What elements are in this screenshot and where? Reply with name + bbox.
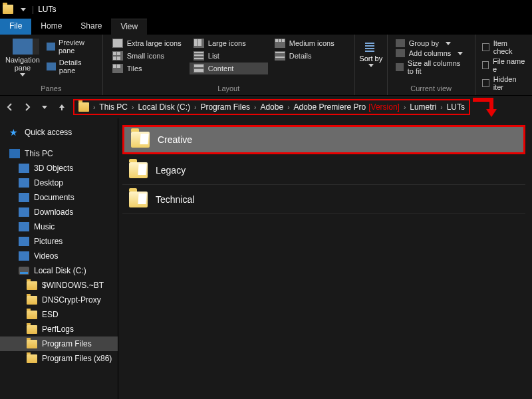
sidebar-documents[interactable]: Documents: [0, 190, 118, 205]
sidebar-pictures[interactable]: Pictures: [0, 234, 118, 249]
sidebar-downloads[interactable]: Downloads: [0, 205, 118, 219]
layout-medium[interactable]: Medium icons: [271, 37, 349, 49]
sidebar-esd[interactable]: ESD: [0, 307, 118, 322]
navigation-pane-button[interactable]: Navigation pane: [5, 37, 40, 76]
recent-locations-button[interactable]: [39, 101, 51, 113]
content-icon: [194, 64, 204, 73]
chevron-right-icon[interactable]: ›: [287, 104, 289, 111]
chevron-right-icon[interactable]: ›: [132, 104, 134, 111]
ribbon-group-layout: Extra large icons Small icons Tiles Larg…: [103, 35, 355, 95]
folder-creative[interactable]: Creative: [122, 125, 525, 154]
folder-icon: [27, 311, 37, 319]
group-by-icon: [396, 39, 405, 47]
folder-icon: [19, 178, 29, 188]
breadcrumb-premiere[interactable]: Adobe Premiere Pro [Version]: [293, 102, 399, 112]
folder-icon: [27, 325, 37, 334]
add-columns-icon: [396, 49, 405, 57]
ribbon-group-sort: Sort by: [355, 35, 388, 95]
list-icon: [194, 51, 204, 61]
qat-dropdown[interactable]: [19, 8, 28, 11]
ribbon-group-panes: Navigation pane Preview pane Details pan…: [0, 35, 103, 95]
large-grid-icon: [194, 39, 204, 48]
folder-technical[interactable]: Technical: [122, 185, 525, 214]
file-extensions-toggle[interactable]: File name e: [481, 57, 527, 74]
size-columns-button[interactable]: Size all columns to fit: [393, 59, 469, 76]
sidebar-windows-bt[interactable]: $WINDOWS.~BT: [0, 278, 118, 293]
star-icon: ★: [9, 128, 20, 137]
folder-icon: [131, 132, 150, 148]
pc-icon: [9, 149, 20, 158]
sidebar-program-files-x86[interactable]: Program Files (x86): [0, 351, 118, 366]
layout-small[interactable]: Small icons: [108, 50, 187, 62]
sidebar-program-files[interactable]: Program Files: [0, 336, 118, 351]
menu-bar: File Home Share View: [0, 19, 532, 35]
navigation-pane-icon: [13, 39, 33, 55]
folder-icon: [19, 251, 29, 261]
sidebar-quick-access[interactable]: ★Quick access: [0, 125, 118, 140]
chevron-right-icon[interactable]: ›: [194, 104, 196, 111]
title-separator: |: [32, 5, 34, 14]
group-label-layout: Layout: [108, 83, 349, 95]
window-title: LUTs: [38, 5, 56, 14]
folder-icon: [27, 296, 37, 305]
breadcrumb-drive[interactable]: Local Disk (C:): [138, 102, 190, 112]
breadcrumb-luts[interactable]: LUTs: [447, 102, 465, 112]
layout-list[interactable]: List: [190, 50, 268, 62]
medium-grid-icon: [275, 39, 285, 48]
address-bar[interactable]: › This PC › Local Disk (C:) › Program Fi…: [73, 99, 470, 115]
item-checkboxes-toggle[interactable]: Item check: [481, 39, 527, 56]
sidebar-desktop[interactable]: Desktop: [0, 176, 118, 190]
forward-button[interactable]: [21, 101, 33, 113]
annotation-arrow: [475, 97, 502, 117]
layout-details[interactable]: Details: [271, 50, 349, 62]
sort-by-button[interactable]: Sort by: [358, 37, 384, 67]
navigation-bar: › This PC › Local Disk (C:) › Program Fi…: [0, 96, 532, 118]
breadcrumb-lumetri[interactable]: Lumetri: [410, 102, 436, 112]
sidebar-perflogs[interactable]: PerfLogs: [0, 322, 118, 336]
breadcrumb-this-pc[interactable]: This PC: [99, 102, 128, 112]
tab-file[interactable]: File: [0, 19, 31, 35]
breadcrumb-adobe[interactable]: Adobe: [260, 102, 283, 112]
add-columns-button[interactable]: Add columns: [393, 49, 469, 58]
layout-content[interactable]: Content: [190, 63, 268, 74]
chevron-right-icon[interactable]: ›: [254, 104, 256, 111]
sidebar-3d-objects[interactable]: 3D Objects: [0, 161, 118, 176]
layout-tiles[interactable]: Tiles: [108, 63, 187, 74]
tab-share[interactable]: Share: [71, 19, 111, 35]
ribbon-group-current-view: Group by Add columns Size all columns to…: [388, 35, 475, 95]
folder-icon: [19, 193, 29, 202]
up-button[interactable]: [56, 101, 68, 113]
sidebar-local-disk[interactable]: Local Disk (C:): [0, 263, 118, 278]
preview-pane-button[interactable]: Preview pane: [44, 37, 97, 56]
breadcrumb-folder-icon: [78, 102, 89, 112]
details-pane-button[interactable]: Details pane: [44, 57, 97, 76]
chevron-right-icon[interactable]: ›: [404, 104, 406, 111]
breadcrumb-program-files[interactable]: Program Files: [200, 102, 250, 112]
drive-icon: [19, 267, 29, 275]
folder-icon: [19, 237, 29, 246]
title-bar: | LUTs: [0, 0, 532, 19]
sidebar-music[interactable]: Music: [0, 219, 118, 234]
folder-icon: [19, 207, 29, 217]
tab-view[interactable]: View: [111, 19, 147, 35]
layout-large[interactable]: Large icons: [190, 37, 268, 49]
sidebar-this-pc[interactable]: This PC: [0, 146, 118, 161]
hidden-items-toggle[interactable]: Hidden iter: [481, 74, 527, 92]
size-columns-icon: [396, 63, 404, 71]
chevron-right-icon[interactable]: ›: [93, 104, 95, 111]
back-button[interactable]: [4, 101, 16, 113]
sidebar-dnscrypt[interactable]: DNSCrypt-Proxy: [0, 293, 118, 307]
group-by-button[interactable]: Group by: [393, 39, 469, 48]
chevron-right-icon[interactable]: ›: [440, 104, 442, 111]
small-grid-icon: [112, 51, 123, 61]
details-pane-icon: [47, 63, 56, 70]
tab-home[interactable]: Home: [31, 19, 71, 35]
preview-pane-icon: [47, 43, 55, 51]
layout-extra-large[interactable]: Extra large icons: [108, 37, 187, 49]
folder-legacy[interactable]: Legacy: [122, 156, 525, 185]
window-folder-icon: [3, 5, 13, 14]
folder-icon: [27, 354, 37, 363]
group-label-panes: Panes: [5, 83, 97, 95]
sidebar-videos[interactable]: Videos: [0, 249, 118, 263]
folder-icon: [129, 162, 148, 178]
